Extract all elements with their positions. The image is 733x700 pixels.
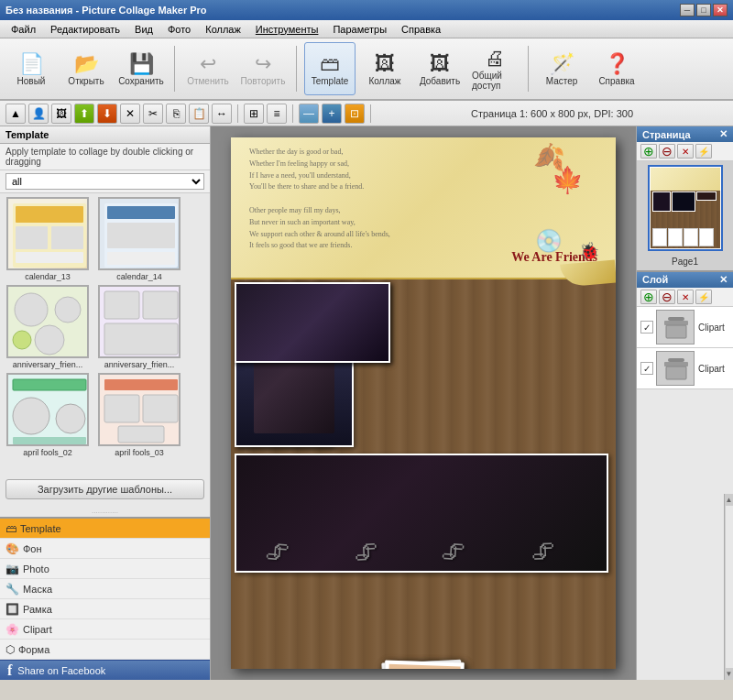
title-text: Без названия - Picture Collage Maker Pro <box>5 5 207 16</box>
layer-item-clipart2[interactable]: ✓ Clipart <box>637 348 733 389</box>
svg-rect-8 <box>107 252 175 265</box>
layer-title-label: Слой <box>642 274 668 286</box>
undo-button[interactable]: ↩ Отменить <box>182 42 234 95</box>
template-button[interactable]: 🗃 Template <box>304 42 356 95</box>
layer-nav-shape[interactable]: ⬡ Форма <box>0 640 210 660</box>
open-label: Открыть <box>68 76 104 86</box>
mask-nav-icon: 🔧 <box>5 583 19 596</box>
layer-add-btn[interactable]: ⊕ <box>640 290 657 304</box>
template-name-calendar13: calendar_13 <box>25 272 71 281</box>
maximize-button[interactable]: □ <box>696 4 711 16</box>
layer-thumb-clipart2 <box>656 351 695 386</box>
add-button[interactable]: 🖼 Добавить <box>414 42 465 95</box>
zoom-out-icon[interactable]: — <box>299 104 319 124</box>
template-preview-calendar14 <box>100 199 181 270</box>
zoom-in-icon[interactable]: + <box>322 104 342 124</box>
help-button[interactable]: ❓ Справка <box>591 42 642 95</box>
pages-delete-btn[interactable]: ✕ <box>677 144 694 159</box>
wizard-button[interactable]: 🪄 Мастер <box>536 42 587 95</box>
collage-canvas: 🍂 🍁 Whether the day is good or bad, Whet… <box>231 137 616 669</box>
person-icon[interactable]: 👤 <box>28 104 49 124</box>
cut-icon[interactable]: ✂ <box>143 104 163 124</box>
layer-nav-clipart[interactable]: 🌸 Clipart <box>0 619 210 640</box>
layer-nav-mask[interactable]: 🔧 Маска <box>0 579 210 599</box>
pages-lightning-btn[interactable]: ⚡ <box>695 144 712 159</box>
layer-delete-btn[interactable]: ✕ <box>677 290 694 304</box>
arrow-icon[interactable]: ▲ <box>5 104 26 124</box>
copy-icon[interactable]: ⎘ <box>166 104 186 124</box>
menu-view[interactable]: Вид <box>127 22 160 37</box>
paste-icon[interactable]: 📋 <box>189 104 209 124</box>
pages-panel: Страница ✕ ⊕ ⊖ ✕ ⚡ <box>637 126 733 272</box>
page-info: Страница 1: 600 x 800 px, DPI: 300 <box>377 108 728 119</box>
rows-icon[interactable]: ≡ <box>267 104 287 124</box>
layer-toolbar: ⊕ ⊖ ✕ ⚡ <box>637 288 733 307</box>
fit-icon[interactable]: ⊡ <box>345 104 365 124</box>
template-item[interactable]: anniversary_frien... <box>4 285 92 369</box>
pages-toolbar: ⊕ ⊖ ✕ ⚡ <box>637 142 733 161</box>
open-icon: 📂 <box>74 52 99 76</box>
menu-help[interactable]: Справка <box>394 22 448 37</box>
minimize-button[interactable]: ─ <box>680 4 695 16</box>
clipart2-preview <box>657 351 694 386</box>
layer-lightning-btn[interactable]: ⚡ <box>695 290 712 304</box>
menu-file[interactable]: Файл <box>4 22 43 37</box>
collage-button[interactable]: 🖼 Коллаж <box>359 42 410 95</box>
redo-button[interactable]: ↪ Повторить <box>237 42 289 95</box>
background-nav-icon: 🎨 <box>5 542 19 555</box>
panel-title: Template <box>0 126 210 144</box>
right-panel: Страница ✕ ⊕ ⊖ ✕ ⚡ <box>636 126 733 680</box>
layer-item-clipart1[interactable]: ✓ Clipart <box>637 307 733 348</box>
template-item[interactable]: anniversary_frien... <box>95 285 183 369</box>
new-icon: 📄 <box>19 52 44 76</box>
layer-check-clipart2[interactable]: ✓ <box>640 362 653 375</box>
template-thumb-calendar13 <box>6 197 89 270</box>
menu-collage[interactable]: Коллаж <box>198 22 248 37</box>
template-item[interactable]: calendar_13 <box>4 197 92 281</box>
svg-rect-2 <box>16 226 48 249</box>
pages-remove-btn[interactable]: ⊖ <box>659 144 675 159</box>
layer-nav-background[interactable]: 🎨 Фон <box>0 539 210 559</box>
pages-close-icon[interactable]: ✕ <box>719 128 728 140</box>
download-icon[interactable]: ⬇ <box>97 104 117 124</box>
wizard-label: Мастер <box>546 76 578 86</box>
save-button[interactable]: 💾 Сохранить <box>115 42 167 95</box>
new-button[interactable]: 📄 Новый <box>5 42 57 95</box>
pages-add-btn[interactable]: ⊕ <box>640 144 657 159</box>
svg-rect-33 <box>664 362 688 366</box>
menu-bar: Файл Редактировать Вид Фото Коллаж Инстр… <box>0 20 733 38</box>
menu-edit[interactable]: Редактировать <box>43 22 127 37</box>
layer-nav-template[interactable]: 🗃 Template <box>0 519 210 539</box>
layer-close-icon[interactable]: ✕ <box>719 274 728 286</box>
open-button[interactable]: 📂 Открыть <box>60 42 112 95</box>
help-label: Справка <box>598 76 634 86</box>
portrait-icon[interactable]: 🖼 <box>51 104 71 124</box>
toolbar-separator-2 <box>296 46 297 92</box>
page1-thumb-wrapper[interactable] <box>648 165 723 251</box>
menu-tools[interactable]: Инструменты <box>248 22 326 37</box>
delete-icon[interactable]: ✕ <box>120 104 140 124</box>
template-item[interactable]: april fools_03 <box>95 373 183 457</box>
filter-select[interactable]: all birthday anniversary calendar <box>5 173 204 190</box>
close-button[interactable]: ✕ <box>713 4 728 16</box>
upload-icon[interactable]: ⬆ <box>74 104 94 124</box>
layer-scrollbar[interactable]: ▲ ▼ <box>724 494 733 681</box>
t2-sep-1 <box>237 104 238 123</box>
svg-point-10 <box>15 293 48 326</box>
layer-nav-frame[interactable]: 🔲 Рамка <box>0 599 210 619</box>
photo-slot-br-top[interactable] <box>235 282 390 363</box>
layer-remove-btn[interactable]: ⊖ <box>659 290 675 304</box>
template-item[interactable]: april fools_02 <box>4 373 92 457</box>
undo-icon: ↩ <box>200 52 216 76</box>
load-templates-button[interactable]: Загрузить другие шаблоны... <box>5 479 204 499</box>
layer-nav-photo[interactable]: 📷 Photo <box>0 559 210 579</box>
menu-params[interactable]: Параметры <box>325 22 394 37</box>
layer-check-clipart1[interactable]: ✓ <box>640 321 653 334</box>
facebook-bar[interactable]: f Share on Facebook <box>0 660 210 680</box>
share-button[interactable]: 🖨 Общий доступ <box>469 42 520 95</box>
menu-photo[interactable]: Фото <box>160 22 198 37</box>
align-icon[interactable]: ⊞ <box>244 104 264 124</box>
template-item[interactable]: calendar_14 <box>95 197 183 281</box>
mini-photos <box>652 191 718 212</box>
flip-icon[interactable]: ↔ <box>212 104 232 124</box>
